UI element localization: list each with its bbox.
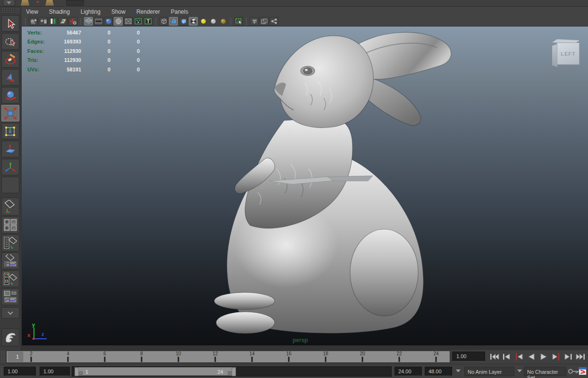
- play-backwards-button[interactable]: [526, 352, 537, 362]
- use-default-material-icon[interactable]: [189, 17, 198, 26]
- four-pane-icon: [3, 218, 17, 232]
- plugin-display-icon[interactable]: [269, 17, 278, 26]
- bookmarks-icon[interactable]: [49, 17, 58, 26]
- lasso-select-tool-button[interactable]: [1, 33, 19, 50]
- go-to-start-button[interactable]: [489, 352, 500, 362]
- hud-label: UVs:: [27, 67, 52, 72]
- move-tool-button[interactable]: [1, 69, 19, 86]
- shaded-sphere-icon[interactable]: [104, 17, 113, 26]
- persp-outliner-graph-layout-button[interactable]: [1, 288, 19, 305]
- menu-panels[interactable]: Panels: [170, 8, 189, 16]
- paint-select-tool-button[interactable]: [1, 51, 19, 68]
- step-back-key-button[interactable]: [513, 352, 524, 362]
- menu-show[interactable]: Show: [110, 8, 126, 16]
- persp-graph-icon: [3, 254, 17, 267]
- film-gate-icon[interactable]: [94, 17, 103, 26]
- single-pane-layout-button[interactable]: [1, 198, 19, 215]
- four-pane-layout-button[interactable]: [1, 216, 19, 233]
- select-camera-icon[interactable]: [29, 17, 38, 26]
- universal-manipulator-tool-button[interactable]: [1, 123, 19, 139]
- go-to-end-button[interactable]: [575, 352, 586, 362]
- playback-range-bar[interactable]: 1 24: [75, 367, 236, 376]
- maya-griffin-button[interactable]: [1, 328, 19, 346]
- toolbox-sidebar: [0, 7, 21, 350]
- rotate-tool-button[interactable]: [1, 87, 19, 103]
- menu-renderer[interactable]: Renderer: [135, 8, 161, 16]
- persp-graph-layout-button[interactable]: [1, 252, 19, 269]
- step-forward-frame-button[interactable]: [563, 352, 573, 362]
- isolate-select-icon[interactable]: [234, 17, 243, 26]
- range-end-subhandle[interactable]: [228, 371, 231, 375]
- scale-tool-button[interactable]: [1, 105, 19, 121]
- auto-key-icon[interactable]: [568, 369, 580, 374]
- last-tool-slot[interactable]: [1, 177, 19, 193]
- hypershade-persp-layout-button[interactable]: [1, 270, 19, 287]
- hud-value: 0: [81, 48, 110, 54]
- range-slider-track[interactable]: 1 24: [72, 366, 392, 377]
- frame-tick-label: 6: [103, 351, 106, 356]
- menu-view[interactable]: View: [25, 8, 39, 16]
- grease-pencil-icon[interactable]: [68, 17, 77, 26]
- z-axis-label: z: [42, 331, 44, 337]
- wireframe-display-icon[interactable]: [84, 17, 93, 26]
- hud-label: Faces:: [27, 48, 52, 54]
- range-start-handle[interactable]: [75, 368, 79, 376]
- range-end-handle[interactable]: [232, 368, 236, 376]
- animation-end-field[interactable]: 48.00: [425, 367, 452, 376]
- step-forward-key-button[interactable]: [550, 352, 561, 362]
- current-frame-indicator[interactable]: 1: [8, 352, 23, 362]
- partial-button[interactable]: [66, 0, 84, 6]
- animation-preferences-icon[interactable]: [579, 367, 587, 375]
- layout-shelf-dropdown-button[interactable]: [1, 307, 19, 318]
- vertex-colors-icon[interactable]: [134, 17, 143, 26]
- griffin-icon: [3, 330, 17, 344]
- animation-start-field[interactable]: 1.00: [4, 367, 36, 376]
- persp-outliner-graph-icon: [3, 290, 17, 303]
- step-back-frame-button[interactable]: [501, 352, 512, 362]
- soft-modification-tool-button[interactable]: [1, 141, 19, 157]
- show-manipulator-tool-button[interactable]: [1, 159, 19, 175]
- toolbar-collapse-chevron-icon[interactable]: [3, 0, 15, 6]
- texture-display-icon[interactable]: T: [143, 17, 152, 26]
- default-light-icon[interactable]: [218, 17, 227, 26]
- panel-icon-bar: T: [23, 17, 278, 26]
- outliner-persp-layout-button[interactable]: [1, 234, 19, 251]
- menu-shading[interactable]: Shading: [48, 8, 71, 16]
- view-cube-front-face[interactable]: LEFT: [557, 43, 580, 65]
- hud-value: 0: [81, 57, 110, 63]
- go-to-end-icon: [576, 353, 585, 361]
- time-slider-row: 1 2 4 6 8 10 12 14 16 18 20 22 24 1.00: [0, 350, 588, 364]
- menu-lighting[interactable]: Lighting: [80, 8, 101, 16]
- wireframe-cube-icon[interactable]: [159, 17, 168, 26]
- xray-double-icon[interactable]: [260, 17, 269, 26]
- playback-end-field[interactable]: 24.00: [395, 367, 422, 376]
- time-slider-grip[interactable]: [0, 351, 5, 363]
- flat-light-icon[interactable]: [209, 17, 218, 26]
- smooth-shade-selected-icon[interactable]: [114, 17, 123, 26]
- axis-manip-icon: [4, 161, 17, 173]
- character-set-chevron-icon[interactable]: [517, 369, 522, 372]
- all-lights-icon[interactable]: [199, 17, 208, 26]
- view-cube[interactable]: LEFT: [550, 38, 580, 68]
- select-tool-button[interactable]: [1, 15, 19, 32]
- current-time-field[interactable]: 1.00: [452, 352, 485, 361]
- time-slider-track[interactable]: 1 2 4 6 8 10 12 14 16 18 20 22 24: [6, 351, 450, 363]
- rabbit-3d-model[interactable]: [22, 27, 588, 346]
- x-axis-dot: [33, 338, 34, 340]
- xray-cube-icon[interactable]: [250, 17, 259, 26]
- playback-start-field[interactable]: 1.00: [40, 367, 70, 376]
- anim-layer-selector[interactable]: No Anim Layer: [464, 367, 514, 376]
- camera-attributes-icon[interactable]: [39, 17, 48, 26]
- play-forwards-button[interactable]: [538, 352, 549, 362]
- bounding-box-icon[interactable]: [124, 17, 133, 26]
- hypershade-persp-icon: [3, 272, 17, 285]
- frame-tick-mark: [141, 357, 143, 362]
- image-plane-icon[interactable]: [59, 17, 67, 26]
- anim-layer-chevron-icon[interactable]: [456, 369, 461, 372]
- toolbox-grip-handle[interactable]: [1, 8, 20, 13]
- wireframe-on-shaded-icon[interactable]: [179, 17, 188, 26]
- character-set-selector[interactable]: No Character Set: [524, 367, 566, 376]
- smooth-shade-all-icon[interactable]: [169, 17, 178, 26]
- perspective-viewport[interactable]: Verts: 56467 0 0 Edges: 169393 0 0 Faces…: [22, 26, 588, 345]
- range-start-subhandle[interactable]: [79, 371, 83, 375]
